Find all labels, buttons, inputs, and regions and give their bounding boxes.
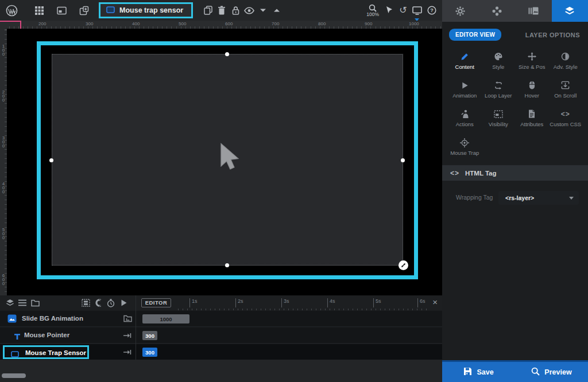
time-label: 4s — [327, 298, 335, 307]
mouse-icon — [529, 81, 535, 90]
option-size-pos[interactable]: Size & Pos — [515, 49, 549, 72]
chevron-up-icon[interactable] — [270, 3, 284, 17]
slider-revolution-editor: Mouse trap sensor 100% ↺ — [0, 0, 588, 382]
pencil-icon — [461, 52, 469, 61]
wordpress-logo[interactable] — [5, 3, 18, 17]
floppy-icon — [463, 367, 472, 377]
option-visibility[interactable]: Visibility — [482, 107, 516, 130]
time-label: 3s — [281, 298, 289, 307]
timeline-editor-button[interactable]: EDITOR — [141, 298, 171, 307]
close-icon[interactable]: × — [432, 297, 438, 307]
horizontal-ruler: 200 300 400 500 600 700 800 900 1000 — [7, 21, 442, 29]
timeline-header: EDITOR 1s 2s 3s 4s 5s 6s × — [0, 295, 442, 310]
tab-layer-options[interactable] — [552, 0, 588, 22]
play-icon[interactable] — [117, 297, 130, 309]
layer-name: Slide BG Animation — [22, 315, 83, 322]
magnifier-icon — [531, 367, 540, 377]
wrapping-tag-row: Wrapping Tag <rs-layer> — [442, 191, 588, 205]
code-icon: <> — [450, 169, 459, 177]
code-icon: <> — [561, 110, 570, 119]
trash-icon[interactable] — [215, 3, 229, 17]
h-ruler-label: 400 — [132, 21, 140, 26]
v-ruler-label: 100 — [1, 44, 6, 56]
html-tag-section-header[interactable]: <> HTML Tag — [442, 165, 588, 181]
duplicate-icon[interactable] — [201, 3, 215, 17]
v-ruler-label: 600 — [1, 274, 6, 286]
option-on-scroll[interactable]: On Scroll — [549, 78, 583, 101]
footer-action-bar: Save Preview — [442, 360, 588, 382]
hamburger-icon[interactable] — [16, 297, 29, 309]
time-label: 2s — [235, 298, 243, 307]
option-attributes[interactable]: Attributes — [515, 107, 549, 130]
folder-image-icon[interactable] — [123, 314, 132, 325]
pointer-icon[interactable] — [382, 3, 396, 17]
add-module-icon[interactable] — [77, 3, 91, 17]
ruler-corner — [0, 21, 7, 29]
duration-badge[interactable]: 300 — [142, 348, 157, 357]
h-ruler-label: 700 — [272, 21, 279, 26]
option-mouse-trap[interactable]: Mouse Trap — [448, 135, 482, 158]
layer-name: Mouse Pointer — [24, 332, 69, 338]
save-button[interactable]: Save — [442, 362, 515, 382]
timeline-row-mouse-trap-sensor[interactable]: Mouse Trap Sensor 300 — [0, 344, 442, 360]
layer-options-grid: Content Style Size & Pos Adv. Style Anim… — [448, 49, 582, 158]
resize-handle-top[interactable] — [225, 52, 229, 56]
v-ruler-label: 400 — [1, 182, 6, 194]
arrow-cursor-icon — [215, 142, 241, 176]
layer-options-panel: EDITOR VIEW LAYER OPTIONS Content Style … — [442, 22, 588, 360]
highlighted-layer-label-box[interactable]: Mouse Trap Sensor — [3, 345, 89, 359]
display-icon[interactable] — [410, 3, 424, 17]
panel-tab-strip — [442, 0, 588, 22]
option-content[interactable]: Content — [448, 49, 482, 72]
play-icon — [461, 81, 469, 90]
tab-slide-options[interactable] — [515, 0, 552, 22]
option-animation[interactable]: Animation — [448, 78, 482, 101]
resize-handle-left[interactable] — [49, 158, 53, 162]
layers-icon[interactable] — [3, 297, 16, 309]
action-hand-icon — [461, 110, 469, 119]
time-label: 5s — [373, 298, 381, 307]
arrow-to-bar-icon[interactable] — [123, 331, 131, 341]
timeline-row-mouse-pointer[interactable]: Mouse Pointer 300 — [0, 328, 442, 344]
panel-icon[interactable] — [55, 3, 68, 17]
layer-name: Mouse Trap Sensor — [25, 349, 86, 356]
selected-layer-name: Mouse trap sensor — [119, 6, 183, 14]
magnet-icon[interactable] — [92, 297, 105, 309]
tab-module-options[interactable] — [442, 0, 479, 22]
preview-button[interactable]: Preview — [515, 362, 588, 382]
option-custom-css[interactable]: <> Custom CSS — [549, 107, 583, 130]
grid-icon[interactable] — [32, 3, 46, 17]
resize-handle-bottom[interactable] — [225, 263, 229, 267]
slide-canvas[interactable] — [7, 29, 442, 295]
chevron-down-icon — [569, 197, 574, 200]
timeline-ruler[interactable]: 1s 2s 3s 4s 5s 6s — [177, 295, 427, 310]
vertical-ruler: 100 200 300 400 500 600 — [0, 29, 7, 295]
stopwatch-icon[interactable] — [105, 297, 117, 309]
lock-icon[interactable] — [229, 3, 242, 17]
eye-icon[interactable] — [242, 3, 256, 17]
timeline-row-slide-bg[interactable]: Slide BG Animation 1000 — [0, 311, 442, 327]
option-adv-style[interactable]: Adv. Style — [549, 49, 583, 72]
undo-icon[interactable]: ↺ — [396, 3, 410, 17]
resize-handle-right[interactable] — [401, 158, 405, 162]
option-actions[interactable]: Actions — [448, 107, 482, 130]
image-layer-icon — [7, 314, 17, 325]
tab-addons[interactable] — [479, 0, 516, 22]
option-style[interactable]: Style — [482, 49, 516, 72]
wrapping-tag-select[interactable]: <rs-layer> — [498, 191, 579, 205]
diagonal-resize-icon[interactable] — [399, 260, 408, 270]
duration-badge[interactable]: 300 — [142, 331, 157, 340]
chevron-down-icon[interactable] — [256, 3, 270, 17]
editor-view-button[interactable]: EDITOR VIEW — [449, 29, 501, 41]
horizontal-scrollbar[interactable] — [2, 373, 26, 378]
option-loop-layer[interactable]: Loop Layer — [482, 78, 516, 101]
arrow-to-bar-icon[interactable] — [123, 348, 131, 358]
duration-badge[interactable]: 1000 — [142, 314, 189, 323]
folder-icon[interactable] — [29, 297, 41, 309]
zoom-control[interactable]: 100% — [366, 4, 379, 17]
option-hover[interactable]: Hover — [515, 78, 549, 101]
selected-layer-name-box[interactable]: Mouse trap sensor — [99, 2, 193, 18]
ruler-origin-marker — [20, 21, 21, 29]
help-icon[interactable]: ? — [425, 3, 439, 17]
storyboard-icon[interactable] — [79, 297, 92, 309]
